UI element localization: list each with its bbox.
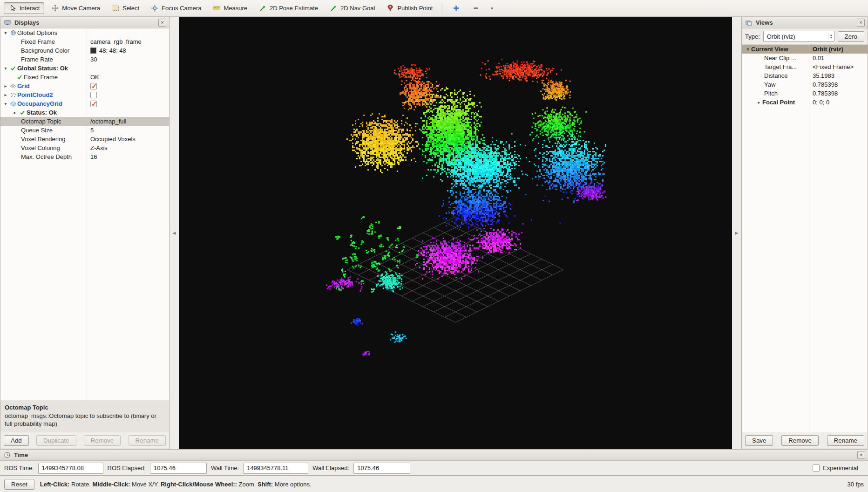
tool-publish-point[interactable]: Publish Point <box>381 2 437 14</box>
tool-2d-pose-estimate[interactable]: 2D Pose Estimate <box>254 2 323 14</box>
enable-checkbox[interactable] <box>90 92 97 98</box>
property-value[interactable]: 48; 48; 48 <box>88 46 169 55</box>
view-row-yaw[interactable]: Yaw0.785398 <box>742 80 868 89</box>
close-icon[interactable]: × <box>857 451 865 459</box>
zero-button[interactable]: Zero <box>838 31 864 42</box>
tool-move-camera[interactable]: Move Camera <box>46 2 105 14</box>
property-value[interactable]: Z-Axis <box>88 144 169 152</box>
views-titlebar[interactable]: Views × <box>742 17 868 28</box>
tool-2d-nav-goal[interactable]: 2D Nav Goal <box>325 2 380 14</box>
save-button[interactable]: Save <box>745 435 773 446</box>
expander-icon[interactable]: ▸ <box>756 98 762 107</box>
view-row-near-clip[interactable]: Near Clip ...0.01 <box>742 54 868 62</box>
remove-view-button[interactable]: Remove <box>781 435 819 446</box>
render-viewport[interactable] <box>179 17 732 449</box>
expander-icon[interactable]: ▾ <box>745 45 751 54</box>
statusbar-hints: Left-Click: Rotate. Middle-Click: Move X… <box>40 481 312 488</box>
remove-tool-button[interactable] <box>467 3 484 13</box>
displays-titlebar[interactable]: Displays × <box>0 17 169 28</box>
property-value[interactable]: <Fixed Frame> <box>810 62 868 71</box>
add-tool-button[interactable] <box>447 3 465 14</box>
tool-measure[interactable]: Measure <box>208 2 252 14</box>
property-value[interactable]: camera_rgb_frame <box>88 37 169 46</box>
view-row-pitch[interactable]: Pitch0.785398 <box>742 89 868 98</box>
ros-time-input[interactable] <box>38 463 103 474</box>
close-icon[interactable]: × <box>857 19 865 27</box>
right-splitter[interactable]: ▶ <box>732 17 741 449</box>
display-row-fixed-frame[interactable]: Fixed FrameOK <box>0 73 169 82</box>
experimental-toggle[interactable]: Experimental <box>813 465 864 472</box>
display-row-voxel-coloring[interactable]: Voxel ColoringZ-Axis <box>0 144 169 152</box>
display-row-frame-rate[interactable]: Frame Rate30 <box>0 55 169 64</box>
tool-focus-camera[interactable]: Focus Camera <box>146 2 206 14</box>
add-button[interactable]: Add <box>4 435 29 446</box>
property-value[interactable]: Occupied Voxels <box>88 135 169 144</box>
property-value[interactable]: 0.785398 <box>810 80 868 89</box>
render-canvas[interactable] <box>179 17 732 449</box>
property-name: Pitch <box>764 89 778 98</box>
property-value <box>88 83 169 89</box>
property-name: Distance <box>764 71 788 80</box>
tool-overflow-button[interactable]: ▾ <box>486 4 498 13</box>
property-name: Fixed Frame <box>24 73 58 82</box>
display-row-grid[interactable]: ▸Grid <box>0 82 169 90</box>
collapse-right-icon[interactable]: ▶ <box>735 231 739 235</box>
spinner-arrows-icon[interactable]: ▴▾ <box>828 34 832 39</box>
reset-button[interactable]: Reset <box>4 479 34 490</box>
collapse-left-icon[interactable]: ◀ <box>173 231 176 235</box>
view-row-focal-point[interactable]: ▸Focal Point0; 0; 0 <box>742 98 868 107</box>
wall-time-input[interactable] <box>243 463 308 474</box>
property-value[interactable]: 16 <box>88 152 169 161</box>
rename-view-button[interactable]: Rename <box>827 435 864 446</box>
column-divider[interactable] <box>809 45 809 432</box>
expander-icon[interactable]: ▾ <box>2 64 9 73</box>
wall-elapsed-input[interactable] <box>353 463 410 474</box>
remove-button[interactable]: Remove <box>84 435 121 446</box>
close-icon[interactable]: × <box>158 19 166 27</box>
display-row-background-color[interactable]: Background Color48; 48; 48 <box>0 46 169 55</box>
panel-title: Displays <box>14 19 39 26</box>
property-value[interactable]: 0; 0; 0 <box>810 98 868 107</box>
current-view-row[interactable]: ▾ Current View Orbit (rviz) <box>742 45 868 54</box>
display-row-global-options[interactable]: ▾Global Options <box>0 28 169 37</box>
tool-interact[interactable]: Interact <box>4 2 44 14</box>
display-row-status-ok[interactable]: ▸Status: Ok <box>0 108 169 117</box>
display-row-queue-size[interactable]: Queue Size5 <box>0 126 169 135</box>
expander-icon[interactable]: ▾ <box>2 28 9 37</box>
rename-button[interactable]: Rename <box>129 435 166 446</box>
property-value[interactable]: OK <box>88 73 169 82</box>
display-row-pointcloud2[interactable]: ▸PointCloud2 <box>0 90 169 99</box>
plus-icon <box>452 5 460 11</box>
display-row-global-status-ok[interactable]: ▾Global Status: Ok <box>0 64 169 73</box>
left-splitter[interactable]: ◀ <box>170 17 179 449</box>
experimental-checkbox[interactable] <box>813 465 820 472</box>
expander-icon[interactable]: ▸ <box>2 90 9 99</box>
view-row-target-fra[interactable]: Target Fra...<Fixed Frame> <box>742 62 868 71</box>
property-name: Octomap Topic <box>21 117 61 126</box>
tool-select[interactable]: Select <box>107 2 144 14</box>
expander-icon[interactable]: ▸ <box>12 108 18 117</box>
display-row-occupancygrid[interactable]: ▾OccupancyGrid <box>0 99 169 108</box>
property-value[interactable]: /octomap_full <box>88 117 169 126</box>
display-row-max-octree-depth[interactable]: Max. Octree Depth16 <box>0 152 169 161</box>
crosshair-icon <box>150 5 159 12</box>
property-value[interactable]: 0.01 <box>810 54 868 62</box>
enable-checkbox[interactable] <box>90 83 97 89</box>
view-row-distance[interactable]: Distance35.1983 <box>742 71 868 80</box>
property-value[interactable]: 0.785398 <box>810 89 868 98</box>
time-titlebar[interactable]: Time × <box>0 450 868 461</box>
color-swatch[interactable] <box>90 48 96 54</box>
expander-icon[interactable]: ▾ <box>2 99 9 108</box>
display-row-voxel-rendering[interactable]: Voxel RenderingOccupied Voxels <box>0 135 169 144</box>
display-row-octomap-topic[interactable]: Octomap Topic/octomap_full <box>0 117 169 126</box>
view-type-select[interactable]: Orbit (rviz) ▴▾ <box>763 31 834 42</box>
enable-checkbox[interactable] <box>90 101 97 107</box>
expander-icon[interactable]: ▸ <box>2 82 9 90</box>
property-value[interactable]: 35.1983 <box>810 71 868 80</box>
grid-icon <box>9 83 17 89</box>
display-row-fixed-frame[interactable]: Fixed Framecamera_rgb_frame <box>0 37 169 46</box>
ros-elapsed-input[interactable] <box>150 463 207 474</box>
duplicate-button[interactable]: Duplicate <box>36 435 76 446</box>
property-value[interactable]: 5 <box>88 126 169 135</box>
property-value[interactable]: 30 <box>88 55 169 64</box>
